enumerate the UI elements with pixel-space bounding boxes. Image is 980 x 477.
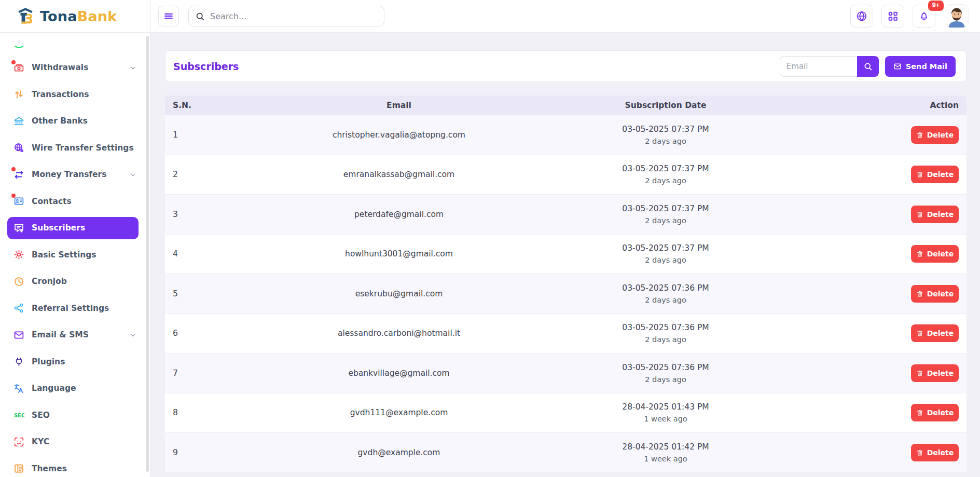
trash-icon [916,370,923,377]
message-plus-icon [13,223,24,234]
user-avatar[interactable] [945,4,969,28]
table-row: 2emranalkassab@gmail.com03-05-2025 07:37… [165,155,967,195]
cell-sn: 4 [165,249,227,258]
sidebar-item-label: SEO [32,411,50,420]
subscription-relative-time: 1 week ago [571,455,761,463]
subscription-relative-time: 2 days ago [571,256,761,264]
sidebar-item-transactions[interactable]: Transactions [7,83,139,105]
arrows-swap-icon [13,169,24,180]
sidebar-item-subscribers[interactable]: Subscribers [7,217,139,239]
notification-dot [11,167,16,171]
chevron-down-icon [130,64,136,71]
sidebar-item-money-transfers[interactable]: Money Transfers [7,163,139,186]
delete-button[interactable]: Delete [911,404,959,421]
envelope-icon [13,330,24,340]
language-globe-button[interactable] [850,5,873,28]
trash-icon [916,330,923,337]
delete-button[interactable]: Delete [911,364,959,382]
apps-grid-button[interactable] [881,5,904,28]
email-search-button[interactable] [857,56,879,77]
sidebar-item-label: Other Banks [32,116,88,126]
search-icon [195,11,205,21]
sidebar-toggle-button[interactable] [158,6,179,26]
delete-label: Delete [927,131,954,139]
sidebar-item-label: Themes [32,464,67,473]
cell-sn: 3 [165,210,227,219]
sidebar-item-email-sms[interactable]: Email & SMS [7,324,139,346]
sidebar-item-label: Money Transfers [32,170,106,179]
apps-grid-icon [887,10,899,22]
cell-action: Delete [761,404,967,421]
sidebar-item-other-banks[interactable]: Other Banks [7,110,139,132]
delete-button[interactable]: Delete [911,126,959,144]
delete-label: Delete [927,448,954,457]
subscribers-table: S.N.EmailSubscription DateAction 1christ… [165,96,967,473]
table-body: 1christopher.vagalia@atopng.com03-05-202… [165,115,967,473]
sidebar-item-wire-transfer-settings[interactable]: Wire Transfer Settings [7,137,139,159]
delete-button[interactable]: Delete [911,324,959,342]
cell-action: Delete [761,206,967,223]
sidebar-item-language[interactable]: Language [7,377,139,400]
email-filter-group [780,56,879,77]
brand-name: TonaBank [40,8,117,24]
notification-dot [11,194,16,198]
subscription-relative-time: 2 days ago [571,375,761,384]
sidebar-item-clipped[interactable] [7,33,139,52]
cell-action: Delete [761,126,967,144]
cell-action: Delete [761,166,967,183]
cell-sn: 7 [165,369,227,378]
sidebar-item-seo[interactable]: SEOSEO [7,404,139,426]
delete-button[interactable]: Delete [911,206,959,223]
delete-button[interactable]: Delete [911,444,959,461]
global-search [188,6,384,26]
subscription-date: 03-05-2025 07:36 PM [571,323,761,332]
topbar-actions: 9+ [150,0,980,32]
search-input[interactable] [210,11,378,21]
column-header-s-n: S.N. [165,101,227,110]
cell-subscription-date: 03-05-2025 07:36 PM2 days ago [571,283,761,304]
subscription-date: 03-05-2025 07:37 PM [571,164,761,173]
column-header-subscription-date: Subscription Date [571,101,761,110]
sidebar-item-label: Withdrawals [32,63,88,72]
sidebar-item-plugins[interactable]: Plugins [7,350,139,373]
cell-sn: 5 [165,289,227,298]
sidebar-item-label: KYC [32,437,49,446]
cell-action: Delete [761,285,967,303]
cell-email: peterdafe@gmail.com [227,210,571,219]
sidebar-item-withdrawals[interactable]: Withdrawals [7,57,139,79]
delete-button[interactable]: Delete [911,166,959,183]
face-id-icon [13,437,24,447]
subscription-relative-time: 2 days ago [571,176,761,185]
cell-sn: 9 [165,448,227,457]
sidebar-item-themes[interactable]: Themes [7,457,139,477]
cell-subscription-date: 03-05-2025 07:36 PM2 days ago [571,363,761,384]
email-filter-input[interactable] [780,56,857,77]
brand[interactable]: TonaBank [0,0,150,32]
gear-icon [13,249,24,260]
notifications-button[interactable]: 9+ [913,5,935,28]
brand-logo-icon [16,6,35,26]
delete-label: Delete [927,408,954,417]
subscription-relative-time: 2 days ago [571,335,761,344]
sidebar-scrollbar[interactable] [146,36,149,472]
subscription-relative-time: 2 days ago [571,216,761,225]
sidebar-item-basic-settings[interactable]: Basic Settings [7,243,139,266]
sidebar-item-label: Language [32,384,76,393]
cell-email: gvdh111@example.com [227,408,571,417]
sidebar-item-cronjob[interactable]: Cronjob [7,270,139,293]
sidebar-item-kyc[interactable]: KYC [7,431,139,453]
sidebar-item-contacts[interactable]: Contacts [7,190,139,212]
subscription-date: 03-05-2025 07:37 PM [571,204,761,213]
table-row: 6alessandro.carboni@hotmail.it03-05-2025… [165,314,967,354]
cell-subscription-date: 03-05-2025 07:37 PM2 days ago [571,243,761,264]
delete-button[interactable]: Delete [911,285,959,303]
send-mail-button[interactable]: Send Mail [885,56,956,77]
subscribers-panel-header: Subscribers Send Mail [165,50,967,82]
notification-dot [11,60,16,64]
delete-button[interactable]: Delete [911,245,959,263]
sidebar-menu: WithdrawalsTransactionsOther BanksWire T… [0,33,150,477]
table-row: 3peterdafe@gmail.com03-05-2025 07:37 PM2… [165,195,967,235]
delete-label: Delete [927,290,954,298]
sidebar-item-referral-settings[interactable]: Referral Settings [7,297,139,319]
main-content: Subscribers Send Mail [150,33,980,477]
